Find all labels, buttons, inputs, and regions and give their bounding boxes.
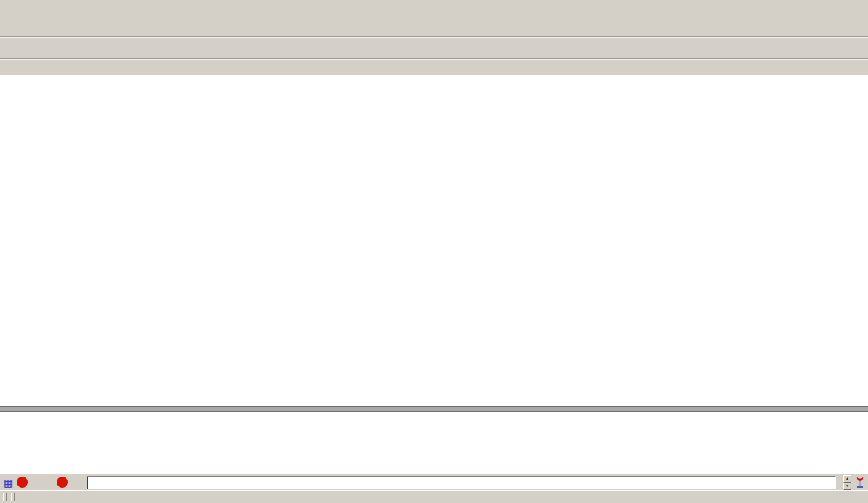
- index-status-bar: ▦ ▲▼: [0, 474, 868, 490]
- spinner-control[interactable]: ▲▼: [843, 475, 851, 490]
- toolbar-main: [0, 17, 868, 37]
- chart-area: [0, 75, 868, 474]
- antenna-icon: [855, 477, 865, 488]
- toolbar-grip[interactable]: [2, 20, 5, 34]
- panel-tab-fragment[interactable]: [1, 412, 31, 420]
- toolbar-grip[interactable]: [2, 41, 5, 55]
- panel-splitter[interactable]: [0, 406, 868, 412]
- toolbar-grip[interactable]: [2, 62, 5, 74]
- detail-status-bar: [0, 490, 868, 503]
- chart-canvas[interactable]: [0, 75, 868, 474]
- menu-bar: [0, 0, 868, 17]
- quote-table-icon[interactable]: ▦: [3, 477, 13, 489]
- shanghai-badge: [17, 477, 28, 488]
- toolbar-tools: [0, 37, 868, 59]
- statusbar-grip[interactable]: [11, 493, 15, 501]
- stock-code-input[interactable]: [87, 476, 836, 489]
- shenzhen-badge: [57, 477, 68, 488]
- app-window: ▦ ▲▼: [0, 0, 868, 503]
- statusbar-grip[interactable]: [3, 493, 7, 501]
- panel-tab-fragment[interactable]: [1, 397, 31, 406]
